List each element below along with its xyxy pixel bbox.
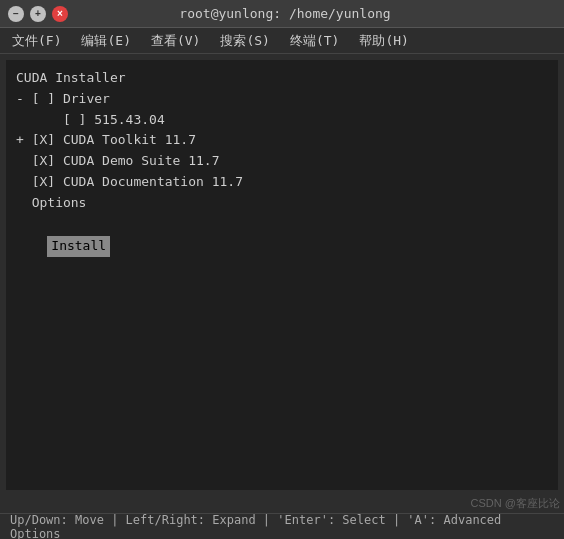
install-button[interactable]: Install — [47, 236, 110, 257]
menu-help[interactable]: 帮助(H) — [351, 30, 416, 52]
terminal-line-6: Options — [16, 193, 548, 214]
minimize-button[interactable]: − — [8, 6, 24, 22]
maximize-button[interactable]: + — [30, 6, 46, 22]
terminal-line-5: [X] CUDA Documentation 11.7 — [16, 172, 548, 193]
menu-bar: 文件(F) 编辑(E) 查看(V) 搜索(S) 终端(T) 帮助(H) — [0, 28, 564, 54]
watermark: CSDN @客座比论 — [471, 496, 560, 511]
menu-view[interactable]: 查看(V) — [143, 30, 208, 52]
close-button[interactable]: × — [52, 6, 68, 22]
status-text: Up/Down: Move | Left/Right: Expand | 'En… — [10, 513, 554, 540]
menu-edit[interactable]: 编辑(E) — [73, 30, 138, 52]
window-controls[interactable]: − + × — [8, 6, 68, 22]
menu-file[interactable]: 文件(F) — [4, 30, 69, 52]
title-bar: − + × root@yunlong: /home/yunlong — [0, 0, 564, 28]
terminal-area: CUDA Installer - [ ] Driver [ ] 515.43.0… — [6, 60, 558, 490]
terminal-line-0: CUDA Installer — [16, 68, 548, 89]
menu-terminal[interactable]: 终端(T) — [282, 30, 347, 52]
terminal-line-3: + [X] CUDA Toolkit 11.7 — [16, 130, 548, 151]
terminal-line-2: [ ] 515.43.04 — [16, 110, 548, 131]
menu-search[interactable]: 搜索(S) — [212, 30, 277, 52]
window-title: root@yunlong: /home/yunlong — [68, 6, 502, 21]
terminal-line-4: [X] CUDA Demo Suite 11.7 — [16, 151, 548, 172]
terminal-line-install: Install — [16, 214, 548, 278]
terminal-line-1: - [ ] Driver — [16, 89, 548, 110]
status-bar: Up/Down: Move | Left/Right: Expand | 'En… — [0, 513, 564, 539]
